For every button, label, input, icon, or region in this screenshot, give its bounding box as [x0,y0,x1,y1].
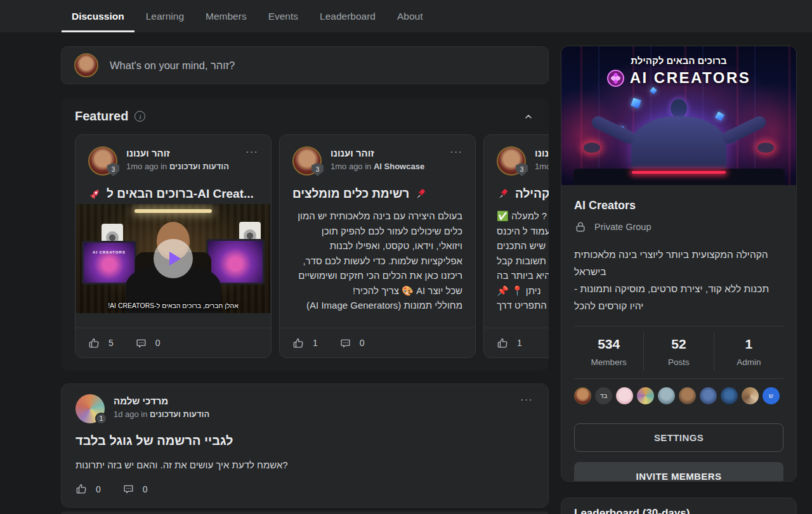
thumbs-up-icon [88,337,100,349]
post-title-text: ברוכים הבאים ל-AI Creat... [107,187,254,201]
like-button[interactable]: 0 [75,483,101,495]
community-tab-bar: Discussion Learning Members Events Leade… [0,0,812,32]
composer-placeholder: What's on your mind, זוהר? [110,60,235,72]
body-line: התפריט דרך [497,298,549,313]
tab-label: Events [268,11,298,22]
post-author[interactable]: זוהר וענונו [535,148,549,158]
member-avatar[interactable] [658,387,675,404]
tab-members[interactable]: Members [195,0,257,32]
post-title[interactable]: לגביי הרשמה של גוגל בלבד [75,434,533,448]
avatar[interactable]: 3 [88,146,117,176]
body-line: היא ביותר בה [497,268,549,283]
post-author[interactable]: זוהר וענונו [331,148,441,158]
post-menu-button[interactable]: ··· [246,146,258,176]
lock-icon [574,221,587,233]
banner-brand-text: AI CREATORS [630,69,751,87]
member-avatar[interactable] [574,387,591,404]
tab-events[interactable]: Events [258,0,308,32]
level-badge: 3 [107,163,119,176]
post-meta: 1mo ago in AI Showcase [331,162,441,171]
comment-icon [135,337,147,349]
post-menu-button[interactable]: ··· [450,146,462,176]
pushpin-icon [497,188,510,201]
stat-admin[interactable]: 1 Admin [714,333,783,371]
tab-leaderboard[interactable]: Leaderboard [310,0,386,32]
featured-title: Featured [75,109,128,124]
featured-card-community[interactable]: 3 זוהר וענונו 1mo ago in הודעות ועדכונים… [483,134,549,358]
settings-button[interactable]: SETTINGS [574,423,783,452]
like-button[interactable]: 1 [497,337,522,349]
post-space[interactable]: הודעות ועדכונים [169,162,229,171]
post-title-text: קהילה [515,187,549,201]
pushpin-icon [414,188,428,201]
member-avatar[interactable] [721,387,738,404]
tab-label: Learning [146,11,184,22]
play-button[interactable] [154,239,193,278]
post-body: אשמח לדעת איך עושים את זה. והאם יש בזה י… [75,459,533,470]
post-author[interactable]: מרדכי שלמה [114,395,511,406]
comment-button[interactable]: 0 [135,337,160,349]
stat-members[interactable]: 534 Members [574,333,643,371]
avatar[interactable]: 3 [497,146,526,176]
tab-about[interactable]: About [387,0,433,32]
body-line: תשובות קבל [497,254,549,269]
tab-learning[interactable]: Learning [136,0,194,32]
post-menu-button[interactable]: ··· [520,394,533,423]
featured-card-tools[interactable]: 3 זוהר וענונו 1mo ago in AI Showcase ···… [279,134,476,358]
member-avatar[interactable] [679,387,696,404]
featured-card-welcome[interactable]: 3 זוהר וענונו 1mo ago in הודעות ועדכונים… [75,134,272,358]
member-avatar[interactable] [700,387,717,404]
comment-count: 0 [143,484,148,494]
member-avatar[interactable] [742,387,759,404]
member-avatar[interactable] [616,387,633,404]
stat-label: Members [574,357,643,367]
member-avatar[interactable]: בד [595,387,612,404]
avatar[interactable]: 1 [75,394,105,423]
level-badge: 3 [311,163,324,176]
avatar[interactable] [74,53,98,77]
like-button[interactable]: 5 [88,337,114,349]
comment-button[interactable]: 0 [122,483,148,495]
post-space[interactable]: AI Showcase [374,162,424,171]
post-composer[interactable]: What's on your mind, זוהר? [61,46,549,84]
post-meta: 1d ago in הודעות ועדכונים [114,409,511,419]
post-author[interactable]: זוהר וענונו [126,148,237,158]
post-space[interactable]: הודעות ועדכונים [150,409,209,419]
featured-header: Featured i [61,98,549,134]
thumbs-up-icon [75,483,88,495]
post-title-text: רשימת כלים מומלצים [292,187,409,201]
stat-label: Posts [644,357,713,367]
invite-members-button[interactable]: INVITE MEMBERS [574,462,783,482]
video-caption: אהלן חברים, ברוכים הבאים ל-AI CREATORS! [76,302,270,309]
post-title[interactable]: קהילה [497,187,549,201]
member-avatar[interactable] [637,387,654,404]
comment-count: 0 [360,338,365,348]
post-time: 1mo ago in [126,162,169,171]
group-description: הקהילה המקצועית ביותר ליוצרי בינה מלאכות… [574,246,783,314]
next-post-edge [61,511,549,514]
privacy-label: Private Group [594,222,651,232]
body-line: 📌 📍 ניתן [497,283,549,299]
rocket-icon [88,188,102,201]
avatar[interactable]: 3 [292,146,322,176]
member-avatar[interactable]: ש [763,387,780,404]
like-button[interactable]: 1 [292,337,318,349]
chevron-up-icon[interactable] [523,112,534,122]
post-time: 1mo ago in [331,162,374,171]
comment-icon [122,483,134,495]
post-footer: 1 0 [280,328,475,357]
post-title[interactable]: ברוכים הבאים ל-AI Creat... [88,187,258,201]
feed-post[interactable]: 1 מרדכי שלמה 1d ago in הודעות ועדכונים ·… [61,383,549,508]
comment-button[interactable]: 0 [339,337,365,349]
post-time: 1d ago in [114,409,150,419]
comment-count: 0 [155,338,160,348]
featured-section: Featured i 3 זוהר וענונו 1mo ago in הודע… [61,98,549,371]
video-thumbnail[interactable]: AI CREATORS אהלן חברים, ברוכים הבאים ל-A… [76,204,270,313]
stat-posts[interactable]: 52 Posts [643,333,713,371]
tab-discussion[interactable]: Discussion [62,0,134,32]
post-title[interactable]: רשימת כלים מומלצים [292,187,462,201]
info-icon[interactable]: i [134,111,145,122]
body-line: שיש התכנים [497,238,549,254]
member-avatars-row: בד ש [574,379,783,413]
post-meta: 1mo ago in הודעות ועדכונים [126,162,237,171]
